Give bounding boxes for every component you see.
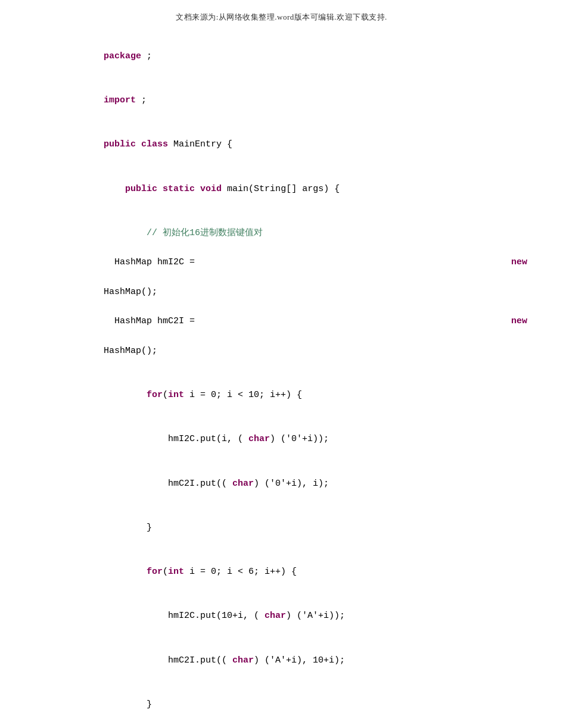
- keyword: public: [104, 139, 136, 149]
- code-text: [195, 184, 200, 194]
- code-line: HashMap hmC2I = new: [71, 314, 527, 329]
- code-line: public static void main(String[] args) {: [71, 167, 527, 211]
- code-text: }: [104, 699, 152, 710]
- code-line: }: [71, 506, 527, 550]
- code-text: [104, 567, 147, 577]
- code-text: }: [104, 523, 152, 533]
- code-text: (: [163, 390, 168, 400]
- code-line: }: [71, 683, 527, 727]
- code-text: HashMap();: [104, 346, 157, 356]
- code-text: hmC2I.put((: [104, 655, 232, 665]
- comment: // 初始化16进制数据键值对: [147, 228, 263, 238]
- keyword: new: [511, 314, 527, 329]
- code-text: [104, 390, 147, 400]
- keyword: for: [147, 390, 163, 400]
- keyword: char: [232, 479, 254, 489]
- code-line: HashMap();: [71, 329, 527, 373]
- code-text: hmC2I.put((: [104, 479, 232, 489]
- code-text: ) ('0'+i));: [270, 434, 329, 444]
- keyword: int: [168, 390, 184, 400]
- code-line: for(int i = 0; i < 10; i++) {: [71, 373, 527, 417]
- code-text: (: [163, 567, 168, 577]
- code-text: hmI2C.put(i, (: [104, 434, 248, 444]
- code-line: HashMap();: [71, 270, 527, 314]
- code-line: package ;: [71, 35, 527, 79]
- code-text: main(String[] args) {: [222, 184, 340, 194]
- code-text: ;: [136, 95, 147, 105]
- code-text: hmI2C.put(10+i, (: [104, 611, 265, 621]
- code-text: ) ('A'+i), 10+i);: [254, 655, 345, 665]
- keyword: char: [265, 611, 286, 621]
- keyword: void: [200, 184, 222, 194]
- code-text: HashMap();: [104, 287, 157, 297]
- code-line: hmI2C.put(10+i, ( char) ('A'+i));: [71, 595, 527, 639]
- keyword: for: [147, 567, 163, 577]
- code-text: MainEntry {: [168, 139, 232, 149]
- code-line: hmC2I.put(( char) ('0'+i), i);: [71, 462, 527, 506]
- code-text: i = 0; i < 10; i++) {: [184, 390, 302, 400]
- code-text: HashMap hmC2I =: [71, 314, 195, 329]
- keyword: char: [232, 655, 254, 665]
- code-text: ;: [141, 51, 152, 61]
- keyword: import: [104, 95, 136, 105]
- header-note: 文档来源为:从网络收集整理.word版本可编辑.欢迎下载支持.: [0, 12, 563, 23]
- code-line: public class MainEntry {: [71, 123, 527, 167]
- code-text: [104, 184, 125, 194]
- code-text: [104, 228, 147, 238]
- code-line: // 初始化16进制数据键值对: [71, 211, 527, 255]
- code-text: i = 0; i < 6; i++) {: [184, 567, 297, 577]
- code-text: ) ('A'+i));: [286, 611, 345, 621]
- keyword: public: [125, 184, 157, 194]
- code-text: [157, 184, 163, 194]
- code-line: hmC2I.put(( char) ('A'+i), 10+i);: [71, 639, 527, 683]
- keyword: int: [168, 567, 184, 577]
- code-text: ) ('0'+i), i);: [254, 479, 329, 489]
- code-line: import ;: [71, 79, 527, 123]
- keyword: char: [248, 434, 270, 444]
- keyword: new: [511, 255, 527, 270]
- code-area: package ; import ; public class MainEntr…: [0, 35, 563, 728]
- keyword: class: [141, 139, 168, 149]
- code-text: [136, 139, 141, 149]
- code-line: HashMap hmI2C = new: [71, 255, 527, 270]
- keyword: static: [163, 184, 195, 194]
- keyword: package: [104, 51, 141, 61]
- code-line: for(int i = 0; i < 6; i++) {: [71, 550, 527, 594]
- code-line: hmI2C.put(i, ( char) ('0'+i));: [71, 418, 527, 462]
- page: 文档来源为:从网络收集整理.word版本可编辑.欢迎下载支持. package …: [0, 0, 563, 728]
- code-text: HashMap hmI2C =: [71, 255, 195, 270]
